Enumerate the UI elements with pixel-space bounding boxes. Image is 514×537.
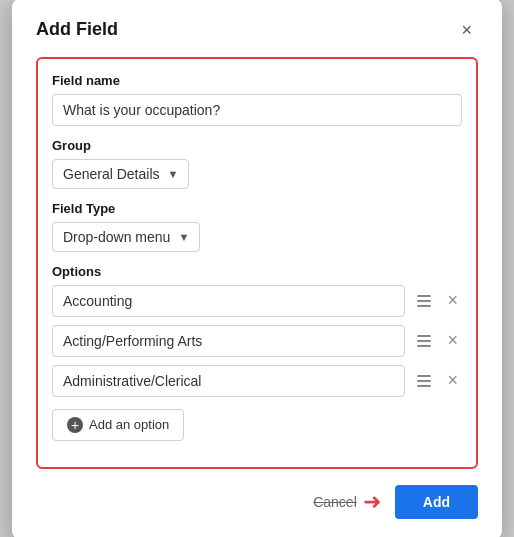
group-dropdown[interactable]: General Details ▼ bbox=[52, 159, 189, 189]
modal-footer: Cancel ➜ Add bbox=[36, 485, 478, 519]
cancel-button-wrap: Cancel ➜ bbox=[313, 489, 383, 515]
add-button[interactable]: Add bbox=[395, 485, 478, 519]
group-group: Group General Details ▼ bbox=[52, 138, 462, 189]
option-input-0[interactable] bbox=[52, 285, 405, 317]
hamburger-icon bbox=[415, 293, 433, 309]
form-section: Field name Group General Details ▼ Field… bbox=[36, 57, 478, 469]
field-type-dropdown[interactable]: Drop-down menu ▼ bbox=[52, 222, 200, 252]
modal-header: Add Field × bbox=[36, 19, 478, 41]
add-field-modal: Add Field × Field name Group General Det… bbox=[12, 0, 502, 537]
field-type-chevron-icon: ▼ bbox=[178, 231, 189, 243]
field-type-dropdown-value: Drop-down menu bbox=[63, 229, 170, 245]
field-type-label: Field Type bbox=[52, 201, 462, 216]
option-remove-button[interactable]: × bbox=[443, 328, 462, 353]
field-name-label: Field name bbox=[52, 73, 462, 88]
options-group: Options ××× + Add an option bbox=[52, 264, 462, 441]
option-input-2[interactable] bbox=[52, 365, 405, 397]
option-remove-button[interactable]: × bbox=[443, 288, 462, 313]
option-menu-button[interactable] bbox=[411, 371, 437, 391]
add-option-label: Add an option bbox=[89, 417, 169, 432]
group-label: Group bbox=[52, 138, 462, 153]
option-menu-button[interactable] bbox=[411, 331, 437, 351]
hamburger-icon bbox=[415, 373, 433, 389]
option-row: × bbox=[52, 325, 462, 357]
field-name-input[interactable] bbox=[52, 94, 462, 126]
options-label: Options bbox=[52, 264, 462, 279]
option-menu-button[interactable] bbox=[411, 291, 437, 311]
modal-title: Add Field bbox=[36, 19, 118, 40]
options-list: ××× bbox=[52, 285, 462, 397]
option-remove-button[interactable]: × bbox=[443, 368, 462, 393]
option-input-1[interactable] bbox=[52, 325, 405, 357]
group-dropdown-value: General Details bbox=[63, 166, 160, 182]
hamburger-icon bbox=[415, 333, 433, 349]
field-name-group: Field name bbox=[52, 73, 462, 126]
close-button[interactable]: × bbox=[455, 19, 478, 41]
cancel-button[interactable]: Cancel bbox=[313, 494, 357, 510]
option-row: × bbox=[52, 365, 462, 397]
field-type-group: Field Type Drop-down menu ▼ bbox=[52, 201, 462, 252]
option-row: × bbox=[52, 285, 462, 317]
add-option-button[interactable]: + Add an option bbox=[52, 409, 184, 441]
group-chevron-icon: ▼ bbox=[168, 168, 179, 180]
plus-circle-icon: + bbox=[67, 417, 83, 433]
arrow-right-icon: ➜ bbox=[363, 489, 381, 515]
